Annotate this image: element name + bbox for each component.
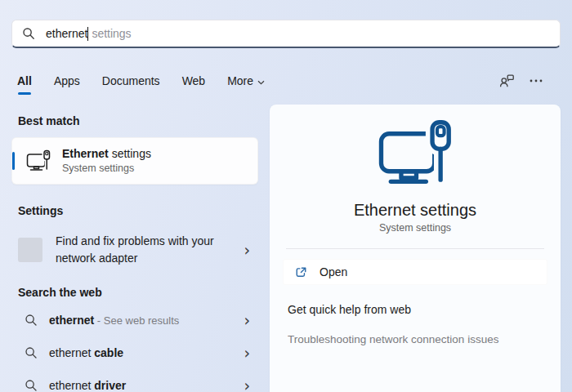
search-the-web-header: Search the web — [11, 284, 258, 301]
open-button[interactable]: Open — [283, 259, 547, 285]
chevron-right-icon: › — [244, 314, 250, 326]
web-result-item[interactable]: ethernet driver › — [11, 369, 258, 392]
tab-documents[interactable]: Documents — [101, 73, 161, 89]
search-tab-bar: All Apps Documents Web More — [16, 69, 556, 92]
search-icon — [25, 346, 38, 359]
web-result-rest: - See web results — [94, 314, 179, 327]
search-input[interactable]: ethernetsettings — [11, 20, 561, 48]
ethernet-settings-icon — [26, 149, 51, 172]
user-feedback-icon[interactable] — [498, 74, 515, 89]
best-match-title: Ethernet settings — [62, 146, 151, 162]
settings-header: Settings — [11, 203, 258, 219]
web-result-lead: ethernet — [49, 379, 94, 392]
preview-subtitle: System settings — [270, 221, 561, 235]
web-result-text: ethernet driver — [49, 379, 126, 392]
placeholder-icon — [18, 238, 42, 262]
selection-accent-bar — [12, 152, 15, 170]
troubleshooting-link[interactable]: Troubleshooting network connection issue… — [288, 332, 561, 347]
web-result-item[interactable]: ethernet cable › — [11, 336, 258, 369]
more-options-icon[interactable] — [530, 79, 543, 82]
open-button-label: Open — [320, 265, 347, 278]
search-query-text: ethernet — [46, 27, 87, 40]
search-icon — [25, 379, 38, 392]
chevron-right-icon: › — [244, 347, 250, 359]
best-match-item[interactable]: Ethernet settings System settings — [11, 137, 258, 185]
results-column: Best match Ethernet settings System sett… — [11, 106, 258, 392]
tab-apps[interactable]: Apps — [53, 73, 81, 89]
chevron-right-icon: › — [244, 380, 250, 391]
settings-result-item[interactable]: Find and fix problems with your network … — [11, 225, 258, 274]
search-suggestion-text: settings — [92, 27, 131, 40]
tab-more[interactable]: More — [226, 73, 266, 89]
quick-help-link[interactable]: Get quick help from web — [288, 301, 561, 318]
panel-divider — [286, 248, 544, 249]
tab-more-label: More — [227, 74, 253, 87]
search-icon — [25, 314, 38, 327]
web-result-strong: driver — [94, 379, 126, 392]
web-result-strong: ethernet — [49, 314, 94, 327]
chevron-right-icon: › — [244, 244, 250, 256]
settings-result-label: Find and fix problems with your network … — [56, 233, 230, 267]
web-result-text: ethernet - See web results — [49, 314, 179, 327]
web-result-lead: ethernet — [49, 346, 94, 359]
web-result-text: ethernet cable — [49, 346, 123, 359]
preview-title: Ethernet settings — [270, 198, 561, 221]
chevron-down-icon — [257, 74, 265, 87]
preview-panel: Ethernet settings System settings Open G… — [270, 105, 561, 392]
open-external-icon — [295, 266, 307, 278]
text-caret — [87, 27, 88, 41]
tab-all[interactable]: All — [16, 73, 33, 89]
web-result-strong: cable — [94, 346, 123, 359]
search-icon — [22, 27, 35, 40]
best-match-title-strong: Ethernet — [62, 147, 109, 160]
web-result-item[interactable]: ethernet - See web results › — [11, 304, 258, 336]
best-match-title-rest: settings — [109, 147, 151, 160]
best-match-header: Best match — [11, 113, 258, 129]
tab-web[interactable]: Web — [181, 73, 207, 89]
ethernet-settings-large-icon — [378, 119, 453, 189]
best-match-subtitle: System settings — [62, 162, 151, 176]
